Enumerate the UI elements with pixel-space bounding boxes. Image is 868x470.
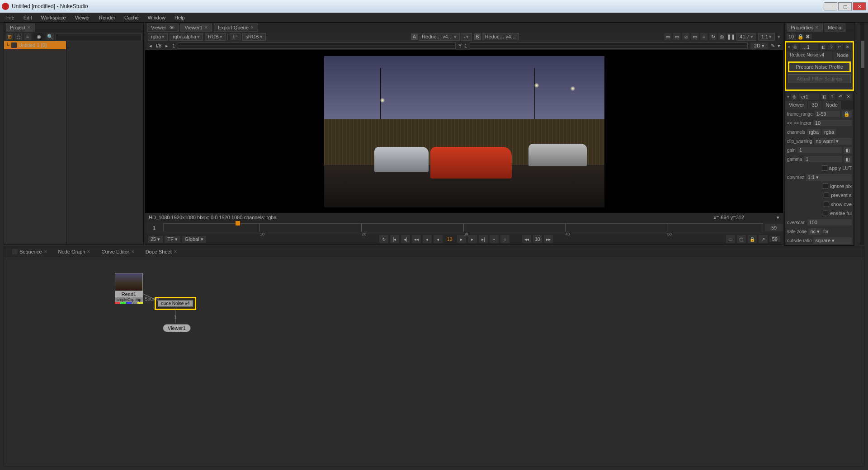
outside-ratio-select[interactable]: square ▾: [813, 237, 852, 244]
close-icon[interactable]: ✕: [250, 25, 254, 30]
overscan-input[interactable]: 100: [807, 219, 852, 226]
gain-input[interactable]: 1: [797, 147, 842, 153]
last-frame-button[interactable]: ○: [500, 235, 509, 243]
tab-curve-editor[interactable]: Curve Editor✕: [97, 248, 139, 256]
menu-file[interactable]: File: [2, 14, 19, 22]
dropdown-icon[interactable]: ▾: [778, 43, 780, 49]
node-name-input[interactable]: …1: [800, 44, 818, 50]
rgb-select[interactable]: RGB▾: [205, 33, 226, 41]
tab-sequence[interactable]: Sequence✕: [8, 248, 52, 256]
range-end-input[interactable]: 59: [769, 236, 780, 242]
close-icon[interactable]: ✕: [44, 249, 47, 254]
alpha-select[interactable]: rgba.alpha▾: [170, 33, 203, 41]
list-icon[interactable]: ☷: [15, 33, 22, 40]
clip-icon[interactable]: ▭: [691, 33, 698, 40]
lock-icon[interactable]: 🔒: [748, 235, 757, 243]
node-name-input[interactable]: er1: [799, 94, 819, 100]
revert-icon[interactable]: ↶: [836, 44, 843, 50]
gain-slider[interactable]: [178, 42, 456, 49]
tab-node[interactable]: Node: [833, 52, 853, 60]
menu-viewer[interactable]: Viewer: [71, 14, 94, 22]
fwd-button[interactable]: ▸▸: [544, 235, 553, 243]
close-icon[interactable]: ✕: [845, 94, 852, 100]
clear-icon[interactable]: ✖: [806, 34, 812, 39]
close-icon[interactable]: ✕: [131, 249, 135, 254]
tab-viewer[interactable]: Viewer👁: [147, 24, 179, 32]
dropdown-icon[interactable]: ▾: [777, 215, 779, 221]
tab-node-graph[interactable]: Node Graph✕: [54, 248, 95, 256]
fps-display[interactable]: 41.7▾: [736, 33, 756, 41]
properties-scrollbar[interactable]: [860, 23, 864, 245]
max-panels-input[interactable]: 10: [787, 33, 796, 40]
tab-project[interactable]: Project ✕: [6, 24, 35, 32]
zoom-select[interactable]: 1:1▾: [758, 33, 775, 41]
channel-select[interactable]: rgba▾: [148, 33, 168, 41]
center-icon[interactable]: ◎: [792, 44, 798, 50]
close-icon[interactable]: ✕: [844, 44, 851, 50]
play-back-button[interactable]: ◂◂: [412, 235, 421, 243]
rev-button[interactable]: ◂◂: [522, 235, 531, 243]
menu-workspace[interactable]: Workspace: [37, 14, 71, 22]
tab-export-queue[interactable]: Export Queue✕: [214, 24, 258, 32]
viewer-image-area[interactable]: HD_1080: [145, 50, 783, 213]
frame-input[interactable]: 1: [172, 43, 175, 48]
stripes-icon[interactable]: ⧄: [682, 33, 689, 40]
wipe-icon[interactable]: ▭: [664, 33, 671, 40]
downrez-select[interactable]: 1:1 ▾: [806, 174, 852, 181]
enable-full-checkbox[interactable]: [823, 211, 828, 216]
slider-icon[interactable]: ◉: [33, 33, 45, 40]
gain-slider-icon[interactable]: ◧: [844, 147, 852, 154]
next-key-button[interactable]: ▪: [490, 235, 499, 243]
window-minimize-button[interactable]: —: [824, 2, 837, 10]
timeline-track[interactable]: 10 20 30 40 50: [163, 223, 763, 232]
gamma-slider[interactable]: [470, 42, 748, 49]
roi-icon[interactable]: ◎: [718, 33, 726, 40]
overlay-icon[interactable]: ▭: [673, 33, 680, 40]
safezone-select[interactable]: nc ▾: [808, 228, 821, 235]
playhead-marker[interactable]: [236, 221, 240, 226]
tab-reduce-noise[interactable]: Reduce Noise v4: [786, 52, 833, 60]
close-icon[interactable]: ✕: [27, 25, 31, 30]
window-maximize-button[interactable]: ▢: [838, 2, 852, 10]
a-split-select[interactable]: -▾: [461, 33, 472, 41]
proxy-icon[interactable]: ≡: [700, 33, 708, 40]
tab-3d[interactable]: 3D: [808, 101, 822, 109]
step-back-button[interactable]: ◂: [423, 235, 432, 243]
tab-dope-sheet[interactable]: Dope Sheet✕: [141, 248, 182, 256]
tab-node[interactable]: Node: [822, 101, 842, 109]
close-icon[interactable]: ✕: [87, 249, 90, 254]
collapse-icon[interactable]: ▾: [787, 94, 789, 99]
search-input[interactable]: [56, 33, 142, 40]
current-frame[interactable]: 13: [444, 236, 455, 242]
fullscreen-icon[interactable]: ▢: [737, 235, 746, 243]
export-icon[interactable]: ↗: [759, 235, 768, 243]
y-input[interactable]: 1: [464, 43, 467, 48]
record-icon[interactable]: ✎: [771, 43, 775, 49]
first-frame-button[interactable]: |◂: [390, 235, 399, 243]
clip-warning-select[interactable]: no warni ▾: [814, 138, 852, 145]
lock-icon[interactable]: 🔒: [842, 111, 852, 118]
menu-help[interactable]: Help: [170, 14, 189, 22]
menu-window[interactable]: Window: [143, 14, 170, 22]
more-icon[interactable]: ▾: [778, 34, 780, 40]
incr-input[interactable]: 10: [813, 120, 852, 126]
close-icon[interactable]: ✕: [815, 25, 819, 30]
window-close-button[interactable]: ✕: [853, 2, 866, 10]
b-input-select[interactable]: Reduc… v4…: [482, 33, 519, 40]
channels-select-2[interactable]: rgba: [822, 129, 836, 135]
prev-key-button[interactable]: ◂|: [401, 235, 410, 243]
project-item-untitled[interactable]: └ Untitled 1 {0}: [4, 41, 66, 49]
menu-edit[interactable]: Edit: [19, 14, 37, 22]
prepare-noise-profile-button[interactable]: Prepare Noise Profile: [788, 61, 851, 72]
node-reduce-noise[interactable]: duce Noise v4: [155, 297, 196, 310]
prev-arrow-icon[interactable]: ◂: [148, 43, 153, 49]
step-fwd-button[interactable]: ▸: [468, 235, 477, 243]
a-input-select[interactable]: Reduc… v4…▾: [419, 33, 459, 41]
frame-range-input[interactable]: 1-59: [815, 111, 840, 117]
loop-icon[interactable]: ↻: [379, 235, 388, 243]
apply-lut-checkbox[interactable]: [822, 165, 827, 171]
collapse-icon[interactable]: ▾: [788, 45, 790, 49]
channels-select[interactable]: rgba: [807, 129, 821, 135]
show-over-checkbox[interactable]: [824, 202, 829, 207]
menu-cache[interactable]: Cache: [120, 14, 143, 22]
